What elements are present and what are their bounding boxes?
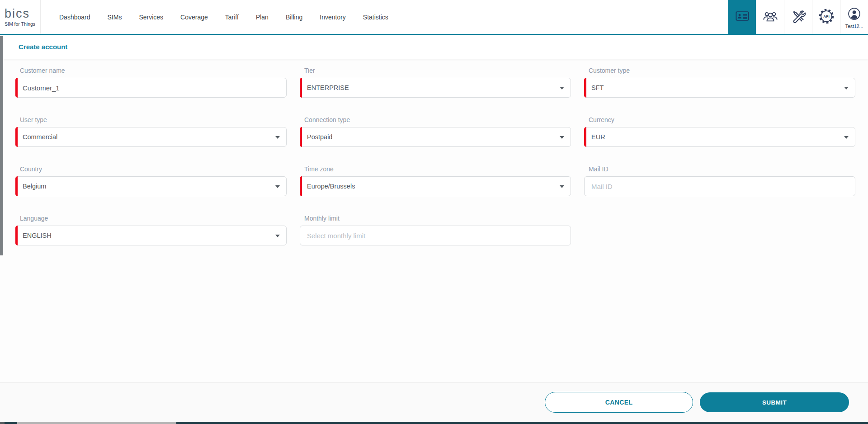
customer-type-select[interactable]: SFT bbox=[584, 78, 855, 98]
user-type-select[interactable]: Commercial bbox=[15, 127, 287, 147]
customer-name-box bbox=[15, 78, 287, 98]
required-indicator bbox=[15, 127, 18, 147]
tier-value: ENTERPRISE bbox=[300, 84, 349, 91]
required-indicator bbox=[15, 176, 18, 196]
profile-menu[interactable]: Test12... bbox=[840, 0, 868, 34]
create-account-form: Customer name Tier ENTERPRISE Customer t… bbox=[0, 59, 868, 382]
api-gear-label: API bbox=[823, 14, 829, 18]
field-user-type: User type Commercial bbox=[15, 116, 287, 147]
language-select[interactable]: ENGLISH bbox=[15, 226, 287, 245]
field-customer-name: Customer name bbox=[15, 67, 287, 98]
time-zone-label: Time zone bbox=[304, 165, 571, 173]
page-title-bar: Create account bbox=[0, 35, 868, 59]
api-settings-tab[interactable]: API bbox=[812, 0, 840, 34]
currency-select[interactable]: EUR bbox=[584, 127, 855, 147]
tier-select[interactable]: ENTERPRISE bbox=[300, 78, 571, 98]
contact-card-icon bbox=[736, 11, 749, 23]
field-connection-type: Connection type Postpaid bbox=[300, 116, 571, 147]
mail-id-label: Mail ID bbox=[589, 165, 855, 173]
chevron-down-icon bbox=[275, 185, 280, 188]
form-action-bar: CANCEL SUBMIT bbox=[0, 382, 868, 422]
nav-item-tariff[interactable]: Tariff bbox=[217, 14, 247, 21]
page-title: Create account bbox=[19, 43, 67, 51]
scrollbar-corner bbox=[0, 422, 5, 424]
nav-item-coverage[interactable]: Coverage bbox=[172, 14, 217, 21]
field-language: Language ENGLISH bbox=[15, 215, 287, 245]
field-time-zone: Time zone Europe/Brussels bbox=[300, 165, 571, 196]
tools-tab[interactable] bbox=[784, 0, 812, 34]
tier-label: Tier bbox=[304, 67, 571, 74]
users-icon bbox=[763, 10, 778, 24]
chevron-down-icon bbox=[560, 87, 564, 90]
brand-logo-subtext: SIM for Things bbox=[5, 21, 40, 27]
field-currency: Currency EUR bbox=[584, 116, 855, 147]
country-value: Belgium bbox=[16, 183, 46, 190]
field-country: Country Belgium bbox=[15, 165, 287, 196]
accounts-tab[interactable] bbox=[728, 0, 756, 34]
connection-type-value: Postpaid bbox=[300, 133, 332, 141]
nav-item-dashboard[interactable]: Dashboard bbox=[51, 14, 99, 21]
country-select[interactable]: Belgium bbox=[15, 176, 287, 196]
chevron-down-icon bbox=[560, 136, 564, 139]
header-action-icons: API Test12... bbox=[728, 0, 868, 34]
chevron-down-icon bbox=[560, 185, 564, 188]
chevron-down-icon bbox=[844, 87, 849, 90]
time-zone-value: Europe/Brussels bbox=[300, 183, 355, 190]
horizontal-scrollbar-track[interactable] bbox=[0, 422, 868, 424]
language-value: ENGLISH bbox=[16, 232, 52, 239]
currency-value: EUR bbox=[585, 133, 605, 141]
required-indicator bbox=[584, 127, 586, 147]
required-indicator bbox=[300, 78, 302, 98]
main-nav: Dashboard SIMs Services Coverage Tariff … bbox=[51, 0, 397, 34]
customer-name-label: Customer name bbox=[20, 67, 287, 74]
required-indicator bbox=[15, 78, 18, 98]
connection-type-select[interactable]: Postpaid bbox=[300, 127, 571, 147]
mail-id-input[interactable] bbox=[585, 177, 855, 196]
required-indicator bbox=[300, 176, 302, 196]
connection-type-label: Connection type bbox=[304, 116, 571, 123]
brand-logo-text: bics bbox=[5, 8, 40, 20]
nav-item-sims[interactable]: SIMs bbox=[99, 14, 131, 21]
field-tier: Tier ENTERPRISE bbox=[300, 67, 571, 98]
vertical-scrollbar-thumb[interactable] bbox=[0, 36, 3, 255]
chevron-down-icon bbox=[275, 235, 280, 237]
nav-item-inventory[interactable]: Inventory bbox=[311, 14, 354, 21]
user-type-label: User type bbox=[20, 116, 287, 123]
currency-label: Currency bbox=[589, 116, 855, 123]
monthly-limit-box bbox=[300, 226, 571, 245]
customer-name-input[interactable] bbox=[16, 78, 286, 97]
field-monthly-limit: Monthly limit bbox=[300, 215, 571, 245]
nav-item-billing[interactable]: Billing bbox=[277, 14, 311, 21]
field-customer-type: Customer type SFT bbox=[584, 67, 855, 98]
horizontal-scrollbar-thumb[interactable] bbox=[17, 422, 176, 424]
mail-id-box bbox=[584, 176, 855, 196]
tools-icon bbox=[791, 9, 806, 25]
profile-username: Test12... bbox=[845, 24, 863, 29]
top-navigation-bar: bics SIM for Things Dashboard SIMs Servi… bbox=[0, 0, 868, 35]
users-tab[interactable] bbox=[756, 0, 784, 34]
language-label: Language bbox=[20, 215, 287, 222]
chevron-down-icon bbox=[844, 136, 849, 139]
chevron-down-icon bbox=[275, 136, 280, 139]
monthly-limit-label: Monthly limit bbox=[304, 215, 571, 222]
submit-button[interactable]: SUBMIT bbox=[700, 392, 849, 412]
required-indicator bbox=[584, 78, 586, 98]
required-indicator bbox=[300, 127, 302, 147]
nav-item-services[interactable]: Services bbox=[130, 14, 172, 21]
customer-type-label: Customer type bbox=[589, 67, 855, 74]
required-indicator bbox=[15, 226, 18, 245]
user-type-value: Commercial bbox=[16, 133, 57, 141]
country-label: Country bbox=[20, 165, 287, 173]
nav-item-statistics[interactable]: Statistics bbox=[354, 14, 397, 21]
user-avatar-icon bbox=[847, 7, 861, 23]
nav-item-plan[interactable]: Plan bbox=[247, 14, 277, 21]
monthly-limit-input[interactable] bbox=[300, 226, 571, 245]
customer-type-value: SFT bbox=[585, 84, 604, 91]
api-gear-icon: API bbox=[818, 8, 835, 27]
brand-logo[interactable]: bics SIM for Things bbox=[0, 0, 41, 34]
time-zone-select[interactable]: Europe/Brussels bbox=[300, 176, 571, 196]
field-mail-id: Mail ID bbox=[584, 165, 855, 196]
cancel-button[interactable]: CANCEL bbox=[545, 392, 693, 413]
